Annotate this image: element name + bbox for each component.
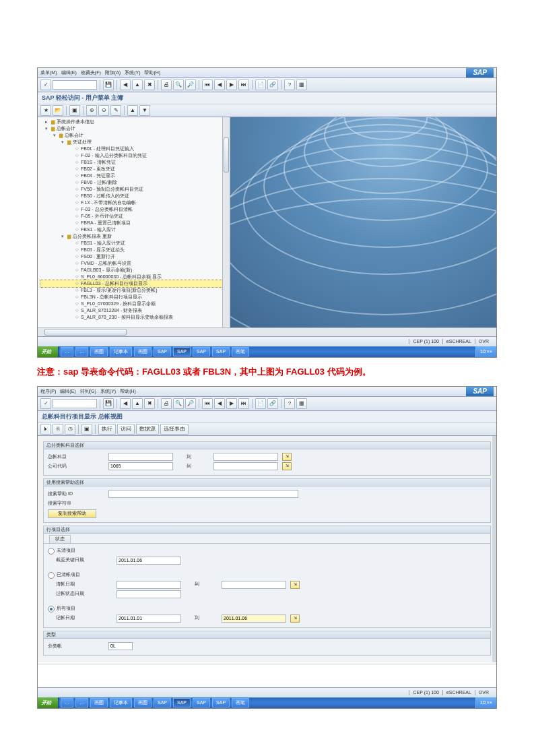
tree-node[interactable]: ▾▆总分类帐报表 重新	[40, 233, 230, 240]
menu-edit[interactable]: 编辑(E)	[61, 70, 77, 75]
system-tray-2[interactable]: 10:××	[475, 697, 496, 708]
taskbar-task[interactable]: 画笔	[232, 347, 249, 356]
menu-file[interactable]: 菜单(M)	[40, 70, 57, 75]
radio-cleared-items[interactable]	[48, 572, 55, 579]
copy-search-help-button[interactable]: 复制搜索帮助	[48, 509, 96, 517]
prev-page-icon[interactable]: ◀	[214, 398, 225, 409]
multi-select-icon[interactable]: ⇲	[290, 615, 300, 623]
taskbar-task[interactable]: 记事本	[110, 698, 132, 707]
menu-system[interactable]: 系统(Y)	[125, 70, 140, 75]
next-page-icon[interactable]: ▶	[226, 398, 237, 409]
menu-help[interactable]: 帮助(H)	[144, 70, 160, 75]
taskbar-task[interactable]: SAP	[154, 347, 171, 356]
shortcut-icon[interactable]: 🔗	[267, 398, 278, 409]
taskbar-task[interactable]: SAP	[173, 347, 191, 356]
cancel-icon[interactable]: ✖	[144, 80, 155, 90]
exit-icon[interactable]: ▲	[132, 80, 143, 90]
radio-all-items[interactable]	[48, 606, 55, 612]
create-role-icon[interactable]: ⊕	[86, 105, 97, 116]
taskbar-task[interactable]: SAP	[154, 698, 171, 707]
find-next-icon[interactable]: 🔎	[185, 398, 196, 409]
menu2-goto[interactable]: 转到(G)	[80, 389, 96, 394]
tree-node[interactable]: ◇FB02 - 更改凭证	[40, 166, 230, 172]
tree-node[interactable]: ◇S_ALR_87012284 - 财务报表	[40, 307, 230, 314]
tree-node[interactable]: ◇FB03 - 显示凭证抬头	[40, 247, 230, 253]
multi-select-icon[interactable]: ⇲	[282, 453, 292, 461]
next-page-icon[interactable]: ▶	[226, 80, 237, 90]
command-field[interactable]	[53, 80, 97, 90]
menu2-edit[interactable]: 编辑(E)	[60, 389, 75, 394]
btn-ds[interactable]: 数据源	[136, 424, 159, 435]
tree-node[interactable]: ◇FB50 - 过帐传入的凭证	[40, 193, 230, 199]
first-page-icon[interactable]: ⏮	[202, 80, 213, 90]
menu2-program[interactable]: 程序(P)	[40, 389, 56, 394]
tree-node[interactable]: ◇F-03 - 总分类帐科目清帐	[40, 206, 230, 213]
delete-fav-icon[interactable]: ⊖	[98, 105, 109, 116]
btn-reason[interactable]: 选择事由	[160, 424, 189, 435]
tree-node[interactable]: ◇F-05 - 外币评估凭证	[40, 213, 230, 220]
input-company-code-from[interactable]	[108, 462, 173, 470]
tree-node[interactable]: ▸▆系统操作基本信息	[40, 119, 230, 125]
tree-node[interactable]: ◇FV50 - 预制总分类帐科目凭证	[40, 186, 230, 193]
layout-icon[interactable]: ▦	[296, 398, 307, 409]
tree-node[interactable]: ◇FVMD - 总帐的帐号设置	[40, 260, 230, 267]
back-icon[interactable]: ◀	[120, 80, 131, 90]
clock-icon[interactable]: ◷	[65, 424, 75, 435]
last-page-icon[interactable]: ⏭	[238, 80, 249, 90]
ok-icon[interactable]: ✓	[40, 80, 51, 90]
shortcut-icon[interactable]: 🔗	[267, 80, 278, 90]
last-page-icon[interactable]: ⏭	[238, 398, 249, 409]
input-gl-account-from[interactable]	[108, 453, 173, 461]
taskbar-task[interactable]: 画笔	[232, 698, 249, 707]
execute-icon[interactable]: ⏵	[40, 424, 51, 435]
tree-node[interactable]: ◇S_PL0_07000329 - 按科目显示余额	[40, 301, 230, 307]
tree-node[interactable]: ◇S_ALR_870_230 - 按科目显示变动余额报表	[40, 314, 230, 321]
exit-icon[interactable]: ▲	[132, 398, 143, 409]
start-button[interactable]: 开始	[38, 346, 59, 357]
move-up-icon[interactable]: ▲	[127, 105, 138, 116]
multi-select-icon[interactable]: ⇲	[282, 462, 292, 470]
print-icon[interactable]: 🖨	[161, 80, 172, 90]
command-field-2[interactable]	[53, 399, 97, 408]
change-fav-icon[interactable]: ✎	[110, 105, 121, 116]
variant-icon[interactable]: ⎘	[53, 424, 63, 435]
taskbar-task[interactable]: …	[61, 347, 73, 356]
multi-select-icon[interactable]: ⇲	[290, 581, 300, 589]
first-page-icon[interactable]: ⏮	[202, 398, 213, 409]
tree-node[interactable]: ◇F.13 - 不带清帐的自动编帐	[40, 199, 230, 206]
back-icon[interactable]: ◀	[120, 398, 131, 409]
tree-node[interactable]: ◇FBL3N - 总帐科目行项目显示	[40, 294, 230, 301]
menu2-system[interactable]: 系统(Y)	[100, 389, 116, 394]
ok-icon[interactable]: ✓	[40, 398, 51, 409]
navigation-tree[interactable]: ▸▆系统操作基本信息▾▆总帐会计▾▆总帐会计▾▆凭证处理◇FB01 - 处理科目…	[38, 117, 230, 327]
taskbar-task[interactable]: …	[61, 698, 73, 707]
tree-node[interactable]: ◇FBV0 - 过帐/删除	[40, 179, 230, 186]
tree-node[interactable]: ◇FBS1 - 输入应计	[40, 226, 230, 233]
taskbar-task[interactable]: …	[75, 698, 88, 707]
cancel-icon[interactable]: ✖	[144, 398, 155, 409]
taskbar-task[interactable]: 画图	[90, 698, 108, 707]
move-down-icon[interactable]: ▼	[139, 105, 150, 116]
find-next-icon[interactable]: 🔎	[185, 80, 196, 90]
find-icon[interactable]: 🔍	[173, 80, 184, 90]
menu-extra[interactable]: 附加(A)	[105, 70, 121, 75]
taskbar-task[interactable]: 记事本	[110, 347, 132, 356]
tree-node[interactable]: ▾▆总帐会计	[40, 132, 230, 139]
tree-node[interactable]: ◇FBS1 - 输入应计凭证	[40, 240, 230, 247]
input-gl-account-to[interactable]	[213, 453, 278, 461]
input-posting-date-from[interactable]	[116, 615, 181, 623]
tab-status[interactable]: 状态	[49, 535, 71, 542]
taskbar-task[interactable]: SAP	[173, 698, 191, 707]
input-post-status-date[interactable]	[116, 590, 181, 598]
input-posting-date-to[interactable]	[222, 615, 286, 623]
tree-node[interactable]: ◇FAGLL03 - 总帐科目行项目显示	[40, 280, 230, 287]
menu2-help[interactable]: 帮助(H)	[120, 389, 136, 394]
taskbar-task[interactable]: 画图	[134, 698, 152, 707]
input-ledger[interactable]	[108, 642, 133, 650]
taskbar-task[interactable]: SAP	[193, 347, 210, 356]
other-menu-icon[interactable]: ▣	[69, 105, 80, 116]
radio-open-items[interactable]	[48, 548, 55, 555]
input-company-code-to[interactable]	[213, 462, 278, 470]
tree-node[interactable]: ◇FAGLB03 - 显示余额(新)	[40, 267, 230, 274]
taskbar-task[interactable]: SAP	[212, 347, 230, 356]
